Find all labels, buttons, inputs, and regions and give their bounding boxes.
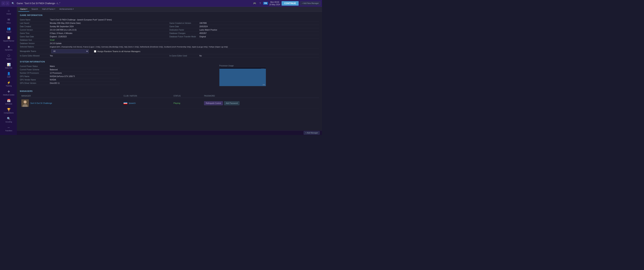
- in-game-editor-used-label: In-Game Editor Used: [170, 55, 200, 57]
- bottom-bar: + Add Manager: [17, 130, 322, 135]
- schedule-icon: 📅: [7, 99, 11, 102]
- sidebar-item-medical[interactable]: ✚ Medical Centre: [0, 88, 17, 97]
- sidebar-item-tactics[interactable]: ⬡ Tactics: [0, 52, 17, 61]
- power-status-row: Current Power Status Mains: [20, 65, 120, 68]
- home-icon: ⌂: [8, 9, 10, 12]
- tactics-icon: ⬡: [8, 54, 10, 57]
- game-start-date-label: Game Start Date: [20, 36, 50, 38]
- club-name[interactable]: Ipswich: [129, 102, 136, 104]
- subnav-game-label: Game: [20, 8, 26, 10]
- database-transfer-mode-label: Database Future Transfer Mode: [170, 36, 200, 38]
- top-bar: ‹ › 🔍 Game: "Sort It Out SI FM24 Challen…: [0, 0, 322, 7]
- inbox-icon: ✉: [8, 18, 10, 21]
- sidebar: ⌂ Home ✉ Inbox 👥 Squad 📋 Squad Planner ◈…: [0, 7, 17, 135]
- password-cell: Relinquish Control Add Password: [202, 98, 319, 108]
- database-changes-value: 4555357: [200, 32, 207, 34]
- subnav-achievements[interactable]: Achievements ▾: [58, 7, 76, 12]
- sidebar-item-club-info[interactable]: 🛡 Club Info: [0, 133, 17, 135]
- system-info-section: SYSTEM INFORMATION Current Power Status …: [20, 61, 319, 86]
- game-name-label: Game Name: [20, 19, 50, 21]
- manageable-teams-select[interactable]: All: [51, 49, 89, 53]
- squad-icon: 👥: [7, 27, 11, 30]
- subnav-search[interactable]: Search: [30, 7, 40, 12]
- gpu-vendor-value: NVIDIA: [50, 79, 56, 81]
- continue-button[interactable]: CONTINUE: [282, 1, 298, 6]
- in-game-editor-allowed-label: In-Game Editor Allowed: [20, 55, 50, 57]
- database-transfer-mode-row: Database Future Transfer Mode Original: [170, 35, 319, 38]
- managers-section: MANAGERS MANAGER CLUB / NATION STATUS PA…: [20, 90, 319, 108]
- managers-table-header-row: MANAGER CLUB / NATION STATUS PASSWORD: [20, 94, 319, 98]
- game-date-row: Game Date 20/5/2024: [170, 25, 319, 28]
- sidebar-item-home[interactable]: ⌂ Home: [0, 8, 17, 16]
- flag-icon: [124, 102, 127, 104]
- status-badge: Playing: [174, 102, 180, 104]
- chart-bottom-label: 0%: [263, 84, 265, 86]
- sidebar-item-squad-planner[interactable]: 📋 Squad Planner: [0, 34, 17, 43]
- manageable-teams-row: Manageable Teams All Assign Random Teams…: [20, 49, 319, 54]
- sidebar-item-transfers[interactable]: ↔ Transfers: [0, 124, 17, 133]
- sidebar-label-squad-planner: Squad Planner: [3, 40, 14, 42]
- sidebar-item-dynamics[interactable]: ◈ Dynamics: [0, 43, 17, 52]
- sidebar-item-staff[interactable]: 👤 Staff: [0, 70, 17, 79]
- nav-forward-button[interactable]: ›: [6, 1, 9, 6]
- subnav-hall-of-fame-arrow: ▾: [54, 8, 55, 10]
- sub-nav: Game ▾ Search Hall of Fame ▾ Achievement…: [17, 7, 322, 12]
- top-right-actions: 🎮 ? FM Mon 08:00 20 May 2024 CONTINUE + …: [252, 1, 320, 6]
- date-created-value: Sunday 8th September 2024: [50, 26, 74, 28]
- assign-random-label: Assign Random Teams to all Human Manager…: [97, 50, 140, 53]
- subnav-game[interactable]: Game ▾: [18, 7, 29, 12]
- table-row: Sort It Out SI Challenge Ipswich: [20, 98, 319, 108]
- sidebar-item-competitions[interactable]: 🏆 Competitions: [0, 106, 17, 115]
- sidebar-item-schedule[interactable]: 📅 Schedule: [0, 97, 17, 106]
- gpu-driver-value: Direct3D 11: [50, 82, 60, 84]
- assign-random-checkbox[interactable]: [94, 50, 96, 53]
- subnav-hall-of-fame[interactable]: Hall of Fame ▾: [40, 7, 57, 12]
- game-date-value: 20/5/2024: [200, 26, 208, 28]
- sidebar-item-inbox[interactable]: ✉ Inbox: [0, 16, 17, 25]
- power-scheme-value: Balanced: [50, 69, 58, 71]
- status-cell: Playing: [172, 98, 203, 108]
- subnav-game-arrow: ▾: [26, 8, 27, 10]
- sidebar-label-transfers: Transfers: [5, 130, 12, 132]
- squad-planner-icon: 📋: [7, 36, 11, 39]
- col-password: PASSWORD: [202, 94, 319, 98]
- sidebar-item-squad[interactable]: 👥 Squad: [0, 25, 17, 34]
- svg-point-1: [24, 100, 26, 103]
- sidebar-label-dynamics: Dynamics: [5, 49, 12, 51]
- game-info-header: GAME INFORMATION: [20, 14, 319, 16]
- relinquish-control-button[interactable]: Relinquish Control: [204, 101, 223, 105]
- current-version-value: 24.4.0+1967899 (m.e v24.2.0.0): [50, 29, 76, 31]
- page-content: GAME INFORMATION Game Name "Sort It Out …: [17, 12, 322, 130]
- add-new-manager-button[interactable]: + Add New Manager: [300, 1, 320, 5]
- gpu-vendor-label: GPU Vendor Name: [20, 79, 50, 81]
- page-title: Game: "Sort It Out SI FM24 Challenge - I…: [17, 2, 251, 5]
- add-password-button[interactable]: Add Password: [224, 101, 240, 105]
- in-game-editor-used-row: In-Game Editor Used No: [170, 54, 319, 58]
- subnav-achievements-label: Achievements: [59, 8, 72, 10]
- controller-icon-button[interactable]: 🎮: [252, 2, 257, 5]
- training-icon: ⚡: [7, 81, 11, 84]
- manager-name[interactable]: Sort It Out SI Challenge: [30, 102, 52, 104]
- sidebar-item-training[interactable]: ⚡ Training: [0, 79, 17, 88]
- add-manager-bottom-button[interactable]: + Add Manager: [304, 131, 320, 135]
- last-saved-value: Monday 20th May 2024 (Game Date): [50, 22, 81, 24]
- competitions-icon: 🏆: [7, 108, 11, 111]
- help-icon-button[interactable]: ?: [258, 2, 262, 5]
- last-saved-label: Last Saved: [20, 22, 50, 24]
- current-version-row: Current Version 24.4.0+1967899 (m.e v24.…: [20, 28, 170, 32]
- sidebar-item-data-hub[interactable]: 📊 Data Hub: [0, 61, 17, 70]
- database-transfer-mode-value: Original: [200, 36, 206, 38]
- managers-table: MANAGER CLUB / NATION STATUS PASSWORD: [20, 94, 319, 108]
- manageable-teams-label: Manageable Teams: [20, 50, 50, 52]
- search-button[interactable]: 🔍: [11, 2, 15, 5]
- nav-back-button[interactable]: ‹: [2, 1, 5, 6]
- gpu-name-value: NVIDIA GeForce GTX 1050 Ti: [50, 75, 75, 77]
- dynamics-icon: ◈: [8, 45, 10, 48]
- power-status-label: Current Power Status: [20, 65, 50, 67]
- date-line1: Mon 08:00: [270, 1, 280, 3]
- game-info-section: GAME INFORMATION Game Name "Sort It Out …: [20, 14, 319, 58]
- staff-icon: 👤: [7, 72, 11, 75]
- game-time-value: 0 Days, 8 Hours, 4 Minutes: [50, 32, 72, 34]
- sidebar-item-scouting[interactable]: 🔍 Scouting: [0, 115, 17, 124]
- nav-arrows: ‹ ›: [2, 1, 9, 6]
